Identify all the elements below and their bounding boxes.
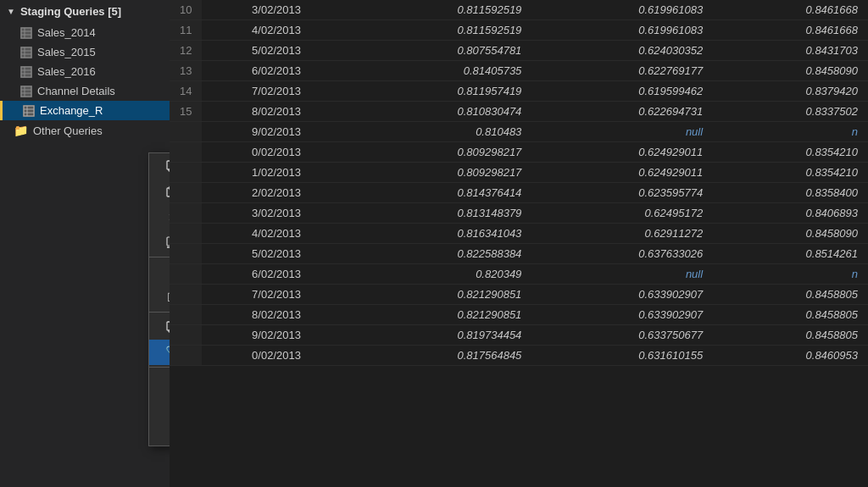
row-date: 5/02/2013 bbox=[202, 244, 350, 264]
menu-item-reference[interactable]: 📎 Reference ↖ bbox=[149, 340, 170, 365]
table-row: 6/02/20130.820349nulln bbox=[170, 264, 868, 285]
menu-item-duplicate[interactable]: Duplicate bbox=[149, 314, 170, 340]
table-row: 0/02/20130.8175648450.6316101550.8460953 bbox=[170, 346, 868, 366]
menu-item-copy[interactable]: Copy bbox=[149, 153, 170, 179]
row-col1: 0.811957419 bbox=[351, 81, 532, 102]
table-row: 4/02/20130.8163410430.629112720.8458090 bbox=[170, 224, 868, 244]
table-row: 9/02/20130.810483nulln bbox=[170, 122, 868, 142]
paste-icon bbox=[163, 185, 170, 198]
row-date: 0/02/2013 bbox=[202, 346, 350, 366]
row-number: 10 bbox=[170, 0, 202, 20]
sidebar-item-label: Exchange_R bbox=[40, 104, 103, 117]
row-col3: n bbox=[713, 264, 868, 285]
sidebar-arrow-icon: ▼ bbox=[7, 7, 15, 16]
row-col3: 0.8358400 bbox=[713, 183, 868, 203]
table-row: 1/02/20130.8092982170.6249290110.8354210 bbox=[170, 163, 868, 183]
row-date: 4/02/2013 bbox=[202, 224, 350, 244]
row-number bbox=[170, 305, 202, 325]
folder-icon: 📁 bbox=[14, 124, 28, 137]
row-col1: 0.816341043 bbox=[351, 224, 532, 244]
row-number: 15 bbox=[170, 102, 202, 122]
table-row: 5/02/20130.8225883840.6376330260.8514261 bbox=[170, 244, 868, 264]
row-col3: 0.8406893 bbox=[713, 203, 868, 224]
table-row: 103/02/20130.8115925190.6199610830.84616… bbox=[170, 0, 868, 20]
row-date: 5/02/2013 bbox=[202, 41, 350, 61]
row-number bbox=[170, 346, 202, 366]
row-col3: 0.8431703 bbox=[713, 41, 868, 61]
row-col1: 0.819734454 bbox=[351, 325, 532, 346]
menu-item-include-refresh[interactable]: ☑ Include in report refresh bbox=[149, 285, 170, 310]
row-col1: 0.820349 bbox=[351, 264, 532, 285]
row-col2: 0.622769177 bbox=[531, 61, 713, 81]
row-col3: 0.8458805 bbox=[713, 285, 868, 305]
row-date: 9/02/2013 bbox=[202, 325, 350, 346]
table-row: 7/02/20130.8212908510.6339029070.8458805 bbox=[170, 285, 868, 305]
row-col2: 0.619961083 bbox=[531, 20, 713, 41]
row-col2: 0.619961083 bbox=[531, 0, 713, 20]
table-icon bbox=[20, 47, 32, 58]
sidebar: ▼ Staging Queries [5] Sales_2014 Sales_2… bbox=[0, 0, 170, 487]
row-col3: 0.8337502 bbox=[713, 102, 868, 122]
svg-rect-12 bbox=[21, 86, 31, 97]
menu-item-delete[interactable]: ✕ Delete bbox=[149, 204, 170, 230]
row-col2: 0.62495172 bbox=[531, 203, 713, 224]
table-icon bbox=[20, 66, 32, 78]
sidebar-item-label: Sales_2015 bbox=[37, 46, 96, 58]
table-row: 158/02/20130.8108304740.6226947310.83375… bbox=[170, 102, 868, 122]
menu-item-rename[interactable]: Rename bbox=[149, 230, 170, 255]
svg-rect-8 bbox=[21, 67, 31, 77]
row-number bbox=[170, 244, 202, 264]
row-number: 14 bbox=[170, 81, 202, 102]
row-col1: 0.821290851 bbox=[351, 305, 532, 325]
row-number bbox=[170, 183, 202, 203]
row-number bbox=[170, 264, 202, 285]
delete-icon: ✕ bbox=[163, 211, 170, 224]
row-number bbox=[170, 142, 202, 163]
row-col1: 0.809298217 bbox=[351, 142, 532, 163]
sidebar-item-label: Channel Details bbox=[37, 85, 115, 97]
table-icon bbox=[20, 27, 32, 39]
sidebar-item-sales2015[interactable]: Sales_2015 bbox=[0, 42, 170, 62]
row-col1: 0.822588384 bbox=[351, 244, 532, 264]
sidebar-item-exchange[interactable]: Exchange_R bbox=[0, 101, 170, 120]
data-table: 103/02/20130.8115925190.6199610830.84616… bbox=[170, 0, 868, 366]
row-date: 8/02/2013 bbox=[202, 102, 350, 122]
svg-rect-4 bbox=[21, 47, 31, 58]
menu-item-paste[interactable]: Paste bbox=[149, 179, 170, 204]
sidebar-title: Staging Queries [5] bbox=[20, 5, 121, 18]
row-col3: 0.8458805 bbox=[713, 325, 868, 346]
row-col2: 0.631610155 bbox=[531, 346, 713, 366]
sidebar-item-sales2014[interactable]: Sales_2014 bbox=[0, 23, 170, 42]
menu-item-move-up[interactable]: Move Up bbox=[149, 395, 170, 420]
menu-item-move-down[interactable]: Move Down bbox=[149, 420, 170, 445]
row-col1: 0.814376414 bbox=[351, 183, 532, 203]
row-col2: null bbox=[531, 264, 713, 285]
row-col2: null bbox=[531, 122, 713, 142]
sidebar-group-other[interactable]: 📁 Other Queries bbox=[0, 120, 170, 141]
row-col3: 0.8461668 bbox=[713, 20, 868, 41]
menu-separator-2 bbox=[149, 312, 170, 313]
row-col1: 0.821290851 bbox=[351, 285, 532, 305]
menu-item-move-to-group[interactable]: Move To Group ▶ bbox=[149, 369, 170, 395]
row-date: 2/02/2013 bbox=[202, 183, 350, 203]
menu-item-enable-load[interactable]: Enable load bbox=[149, 259, 170, 285]
checkbox-icon: ☑ bbox=[163, 291, 170, 304]
table-row: 8/02/20130.8212908510.6339029070.8458805 bbox=[170, 305, 868, 325]
row-number bbox=[170, 163, 202, 183]
row-date: 3/02/2013 bbox=[202, 203, 350, 224]
svg-rect-0 bbox=[21, 28, 31, 38]
sidebar-item-channel[interactable]: Channel Details bbox=[0, 81, 170, 101]
row-col3: 0.8461668 bbox=[713, 0, 868, 20]
row-number bbox=[170, 285, 202, 305]
row-number: 12 bbox=[170, 41, 202, 61]
row-col2: 0.633902907 bbox=[531, 305, 713, 325]
row-col3: 0.8460953 bbox=[713, 346, 868, 366]
duplicate-icon bbox=[163, 320, 170, 334]
sidebar-item-sales2016[interactable]: Sales_2016 bbox=[0, 62, 170, 81]
row-col2: 0.624929011 bbox=[531, 163, 713, 183]
row-col1: 0.810483 bbox=[351, 122, 532, 142]
row-col3: 0.8379420 bbox=[713, 81, 868, 102]
table-row: 147/02/20130.8119574190.6195994620.83794… bbox=[170, 81, 868, 102]
row-col2: 0.62911272 bbox=[531, 224, 713, 244]
row-col1: 0.813148379 bbox=[351, 203, 532, 224]
